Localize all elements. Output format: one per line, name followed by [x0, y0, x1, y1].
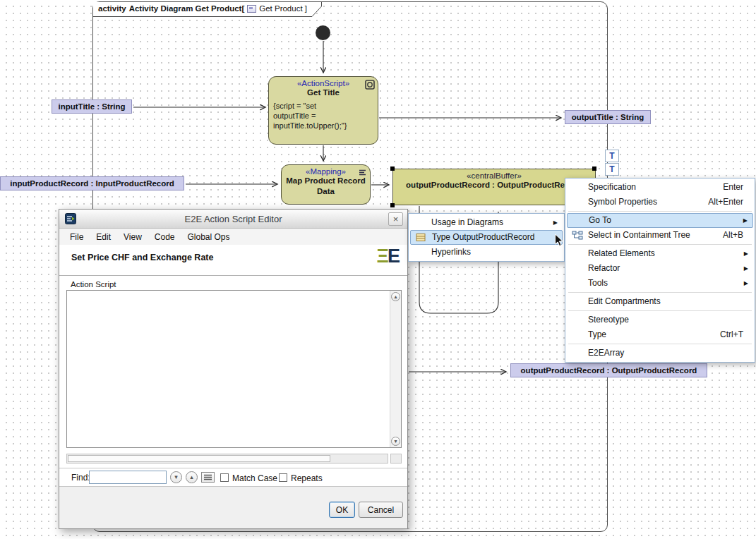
submenu-arrow-icon: ▶: [744, 246, 748, 261]
scroll-down-button[interactable]: ▾: [391, 437, 400, 446]
menu-item-select-in-containment-tree[interactable]: Select in Containment Tree Alt+B: [567, 228, 753, 243]
e2e-logo: ΞE: [377, 246, 399, 267]
menu-shortcut: Ctrl+T: [720, 327, 743, 342]
mouse-cursor: [554, 234, 564, 248]
selection-handle[interactable]: [390, 166, 395, 171]
menu-item-hyperlinks[interactable]: Hyperlinks: [410, 245, 563, 260]
smart-manipulator-bottom-button[interactable]: T: [605, 163, 619, 176]
menu-item-specification[interactable]: Specification Enter: [567, 180, 753, 195]
ok-button[interactable]: OK: [329, 502, 355, 518]
menu-item-label: Edit Compartments: [588, 296, 661, 306]
dialog-footer: OK Cancel: [59, 486, 407, 528]
class-icon: [416, 233, 426, 242]
menu-shortcut: Alt+B: [723, 228, 743, 243]
menu-item-label: Type OutputProductRecord: [432, 232, 534, 242]
find-input[interactable]: [89, 471, 167, 484]
scrollbar-thumb[interactable]: [68, 455, 330, 462]
initial-node[interactable]: [316, 25, 330, 40]
submenu-arrow-icon: ▶: [553, 215, 558, 230]
menu-item-stereotype[interactable]: Stereotype: [567, 313, 753, 327]
menu-item-refactor[interactable]: Refactor ▶: [567, 261, 753, 276]
submenu-arrow-icon: ▶: [744, 276, 748, 291]
menu-item-label: E2EArray: [588, 348, 624, 358]
repeats-label: Repeats: [291, 473, 323, 483]
behavior-icon: [365, 80, 375, 90]
find-next-button[interactable]: ▾: [170, 471, 182, 483]
find-bar: Find: ▾ ▴ Match Case Repeats: [59, 468, 407, 486]
menu-separator: [568, 292, 752, 293]
menu-item-label: Select in Containment Tree: [588, 230, 690, 240]
dialog-titlebar[interactable]: E2E Action Script Editor ×: [59, 210, 407, 229]
submenu-arrow-icon: ▶: [743, 214, 748, 227]
menu-item-go-to[interactable]: Go To ▶: [567, 213, 753, 228]
menu-separator: [568, 244, 752, 245]
frame-title: activity Activity Diagram Get Product[ G…: [98, 4, 307, 13]
selection-handle[interactable]: [390, 203, 395, 207]
containment-tree-icon: [572, 231, 583, 240]
cancel-button[interactable]: Cancel: [359, 502, 403, 518]
vertical-scrollbar[interactable]: ▴ ▾: [390, 291, 401, 447]
header-divider: [59, 275, 407, 276]
mapping-icon: [358, 168, 367, 177]
close-button[interactable]: ×: [388, 212, 403, 226]
action-script-label: Action Script: [71, 280, 116, 289]
pin-label-output-product-record[interactable]: outputProductRecord : OutputProductRecor…: [510, 363, 707, 377]
menu-separator: [568, 344, 752, 344]
menu-item-edit-compartments[interactable]: Edit Compartments: [567, 294, 753, 309]
menu-item-type-outputproductrecord[interactable]: Type OutputProductRecord: [410, 230, 563, 245]
menu-shortcut: Alt+Enter: [708, 195, 743, 210]
menu-item-label: Hyperlinks: [431, 247, 471, 257]
e2e-logo-glyph: E: [388, 246, 399, 267]
action-node-map-product[interactable]: «Mapping» Map Product Record Data: [281, 164, 371, 205]
frame-keyword: activity: [98, 4, 126, 13]
horizontal-scrollbar[interactable]: [66, 454, 388, 464]
menu-item-tools[interactable]: Tools ▶: [567, 276, 753, 291]
find-previous-button[interactable]: ▴: [186, 471, 198, 483]
diagram-icon: [247, 5, 256, 13]
e2e-logo-glyph: Ξ: [377, 246, 388, 267]
pin-label-input-product-record[interactable]: inputProductRecord : InputProductRecord: [0, 176, 184, 190]
menu-item-label: Related Elements: [588, 248, 655, 258]
menu-item-usage-in-diagrams[interactable]: Usage in Diagrams ▶: [410, 215, 563, 230]
menu-item-e2earray[interactable]: E2EArray: [567, 346, 753, 361]
dialog-title: E2E Action Script Editor: [59, 214, 407, 224]
dialog-menubar: File Edit View Code Global Ops: [59, 229, 407, 245]
menu-item-label: Go To: [589, 215, 611, 225]
match-case-checkbox[interactable]: [220, 473, 229, 482]
menu-item-type[interactable]: Type Ctrl+T: [567, 327, 753, 342]
menu-item-label: Usage in Diagrams: [431, 217, 503, 227]
menu-view[interactable]: View: [117, 230, 148, 244]
menu-item-symbol-properties[interactable]: Symbol Properties Alt+Enter: [567, 195, 753, 210]
script-line: outputTitle =: [273, 111, 378, 121]
diagram-canvas[interactable]: activity Activity Diagram Get Product[ G…: [0, 0, 756, 539]
scrollbar-corner: [390, 454, 402, 464]
menu-shortcut: Enter: [723, 180, 743, 195]
highlight-all-button[interactable]: [201, 472, 215, 483]
script-line: inputTitle.toUpper();"}: [273, 121, 378, 131]
type-context-menu: Usage in Diagrams ▶ Type OutputProductRe…: [408, 213, 565, 262]
smart-manipulator-top-button[interactable]: T: [605, 150, 619, 162]
script-text: {script = "set outputTitle = inputTitle.…: [269, 98, 378, 131]
menu-item-label: Stereotype: [588, 315, 629, 325]
action-node-get-title[interactable]: «ActionScript» Get Title {script = "set …: [268, 76, 378, 145]
find-label: Find:: [71, 473, 90, 483]
node-name: Map Product Record Data: [282, 176, 370, 197]
menu-code[interactable]: Code: [148, 230, 181, 244]
menu-item-label: Refactor: [588, 263, 620, 273]
scroll-up-button[interactable]: ▴: [391, 292, 400, 301]
list-icon: [204, 474, 212, 480]
menu-item-related-elements[interactable]: Related Elements ▶: [567, 246, 753, 261]
repeats-checkbox[interactable]: [279, 473, 287, 482]
pin-label-input-title[interactable]: inputTitle : String: [52, 99, 132, 114]
menu-file[interactable]: File: [64, 230, 90, 244]
script-heading: Set Price CHF and Exchange Rate: [71, 253, 213, 262]
submenu-arrow-icon: ▶: [744, 261, 748, 276]
menu-edit[interactable]: Edit: [90, 230, 117, 244]
menu-separator: [568, 310, 752, 311]
element-context-menu: Specification Enter Symbol Properties Al…: [565, 178, 755, 363]
action-script-editor[interactable]: ▴ ▾: [66, 290, 402, 448]
stereotype-label: «Mapping»: [282, 165, 370, 176]
pin-label-output-title[interactable]: outputTitle : String: [565, 110, 651, 124]
selection-handle[interactable]: [592, 166, 596, 171]
menu-global-ops[interactable]: Global Ops: [181, 230, 236, 244]
